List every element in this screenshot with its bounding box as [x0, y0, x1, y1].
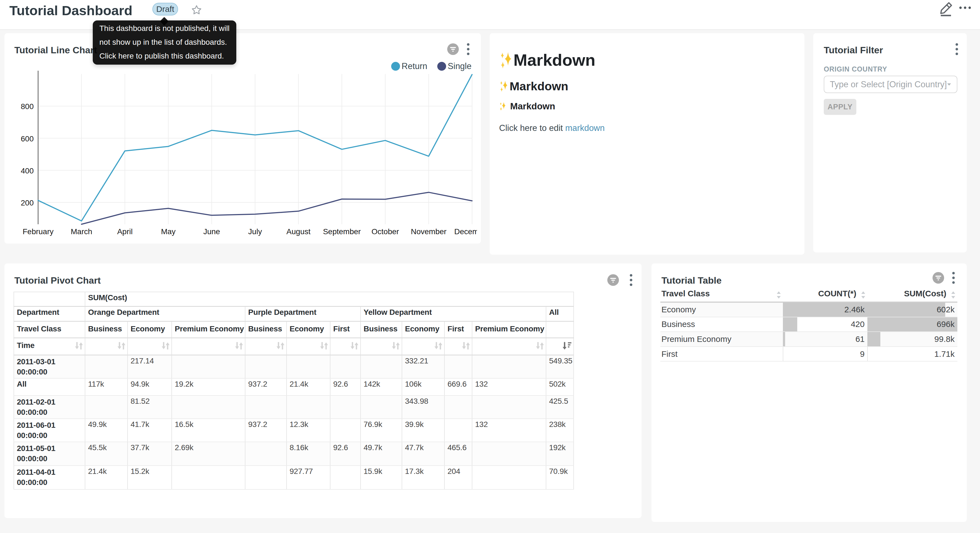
pivot-class-header: First — [330, 321, 361, 338]
pivot-sort-header[interactable] — [361, 338, 402, 355]
pivot-corner-cell — [14, 292, 85, 306]
pivot-sort-header[interactable] — [286, 338, 330, 355]
header-menu-button[interactable] — [958, 2, 972, 14]
pivot-cell — [444, 396, 472, 419]
pivot-cell: 343.98 — [402, 396, 444, 419]
svg-text:200: 200 — [21, 199, 34, 207]
pivot-class-header: Economy — [402, 321, 444, 338]
pivot-sort-header[interactable] — [472, 338, 546, 355]
pivot-sort-header-active[interactable] — [546, 338, 574, 355]
pivot-cell — [472, 355, 546, 378]
pivot-sort-header[interactable] — [85, 338, 127, 355]
svg-text:July: July — [248, 227, 262, 236]
data-table-wrap: Travel Class COUNT(*) SUM( — [660, 288, 957, 362]
sort-icon — [392, 342, 400, 350]
svg-text:October: October — [372, 227, 399, 236]
sort-icon — [350, 342, 359, 350]
pivot-sort-header[interactable] — [402, 338, 444, 355]
pivot-row-label: 2011-06-01 00:00:00 — [14, 419, 85, 442]
pivot-sort-header[interactable] — [245, 338, 286, 355]
pivot-cell — [330, 396, 361, 419]
pivot-cell: 94.9k — [127, 378, 172, 396]
pivot-cell — [172, 466, 245, 489]
edit-dashboard-button[interactable] — [939, 2, 953, 17]
filter-menu-button[interactable] — [952, 43, 962, 56]
sort-icon[interactable] — [861, 291, 866, 301]
kebab-icon — [630, 274, 632, 286]
applied-filters-badge[interactable] — [607, 274, 619, 286]
pivot-cell: 21.4k — [286, 378, 330, 396]
pivot-class-header: Economy — [286, 321, 330, 338]
applied-filters-badge[interactable] — [932, 272, 944, 284]
legend-dot — [437, 62, 446, 71]
column-header-sum[interactable]: SUM(Cost) — [867, 288, 957, 302]
apply-button[interactable]: APPLY — [824, 99, 856, 115]
chart-menu-button[interactable] — [463, 43, 473, 56]
markdown-content[interactable]: Markdown Markdown Markdown Click here to… — [499, 33, 793, 133]
pivot-cell: 47.7k — [402, 442, 444, 466]
pivot-cell: 76.9k — [361, 419, 402, 442]
pivot-department-row: DepartmentOrange DepartmentPurple Depart… — [14, 306, 574, 321]
pivot-class-header: Economy — [127, 321, 172, 338]
cell-bar — [867, 332, 880, 346]
pivot-total-cell: 238k — [546, 419, 574, 442]
pivot-cell: 332.21 — [402, 355, 444, 378]
pivot-cell: 142k — [361, 378, 402, 396]
svg-text:September: September — [323, 227, 361, 236]
pivot-total-cell: 70.9k — [546, 466, 574, 489]
legend-dot — [391, 62, 400, 71]
pivot-class-header: Premium Economy — [172, 321, 245, 338]
pivot-cell: 465.6 — [444, 442, 472, 466]
pivot-sort-header[interactable] — [444, 338, 472, 355]
sparkles-icon — [499, 101, 506, 111]
status-badge[interactable]: Draft — [153, 3, 178, 16]
line-chart-card: 200400600800FebruaryMarchAprilMayJuneJul… — [5, 33, 481, 244]
chart-menu-button[interactable] — [626, 273, 636, 287]
sort-icon[interactable] — [776, 291, 781, 301]
column-header-count[interactable]: COUNT(*) — [783, 288, 867, 302]
legend-item-return[interactable]: Return — [391, 61, 427, 71]
pivot-cell — [361, 355, 402, 378]
markdown-paragraph: Click here to edit markdown — [499, 123, 793, 133]
sort-icon — [235, 342, 243, 350]
sort-icon[interactable] — [951, 291, 956, 301]
pivot-sort-header[interactable] — [330, 338, 361, 355]
svg-text:800: 800 — [21, 102, 34, 111]
sort-icon — [161, 342, 170, 350]
pivot-cell: 217.14 — [127, 355, 172, 378]
svg-text:December: December — [454, 227, 477, 236]
svg-text:600: 600 — [21, 134, 34, 143]
table-card: Tutorial Table Travel Class — [651, 263, 967, 522]
favorite-star-icon[interactable] — [191, 4, 203, 16]
applied-filters-badge[interactable] — [447, 43, 459, 55]
cell-bar — [783, 347, 783, 361]
pivot-row: 2011-06-01 00:00:0049.9k41.7k16.5k937.21… — [14, 419, 574, 442]
svg-text:400: 400 — [21, 166, 34, 175]
pivot-cell: 49.9k — [85, 419, 127, 442]
pivot-cell: 132 — [472, 378, 546, 396]
legend-item-single[interactable]: Single — [437, 61, 471, 71]
pivot-row-label: 2011-05-01 00:00:00 — [14, 442, 85, 466]
draft-tooltip[interactable]: This dashboard is not published, it will… — [93, 21, 236, 65]
pivot-cell — [172, 396, 245, 419]
markdown-card: Markdown Markdown Markdown Click here to… — [490, 33, 804, 255]
select-placeholder: Type or Select [Origin Country] — [830, 80, 947, 89]
origin-country-select[interactable]: Type or Select [Origin Country] — [824, 76, 957, 93]
pivot-sort-header[interactable] — [127, 338, 172, 355]
svg-text:June: June — [203, 227, 220, 236]
table-title: Tutorial Table — [662, 275, 722, 286]
pivot-cell — [472, 466, 546, 489]
pivot-sort-header[interactable] — [172, 338, 245, 355]
pivot-chart-card: Tutorial Pivot Chart SUM(Cost)Department… — [5, 263, 641, 518]
pivot-cell: 81.52 — [127, 396, 172, 419]
pivot-cell — [286, 396, 330, 419]
cell-bar — [867, 303, 945, 317]
pivot-time-label[interactable]: Time — [14, 338, 85, 355]
chart-menu-button[interactable] — [948, 271, 958, 284]
pivot-cell: 17.3k — [402, 466, 444, 489]
svg-text:February: February — [23, 227, 54, 236]
pivot-cell: 92.6 — [330, 378, 361, 396]
column-header-travel-class[interactable]: Travel Class — [660, 288, 783, 302]
pivot-cell: 92.6 — [330, 442, 361, 466]
markdown-edit-link[interactable]: markdown — [565, 123, 605, 133]
